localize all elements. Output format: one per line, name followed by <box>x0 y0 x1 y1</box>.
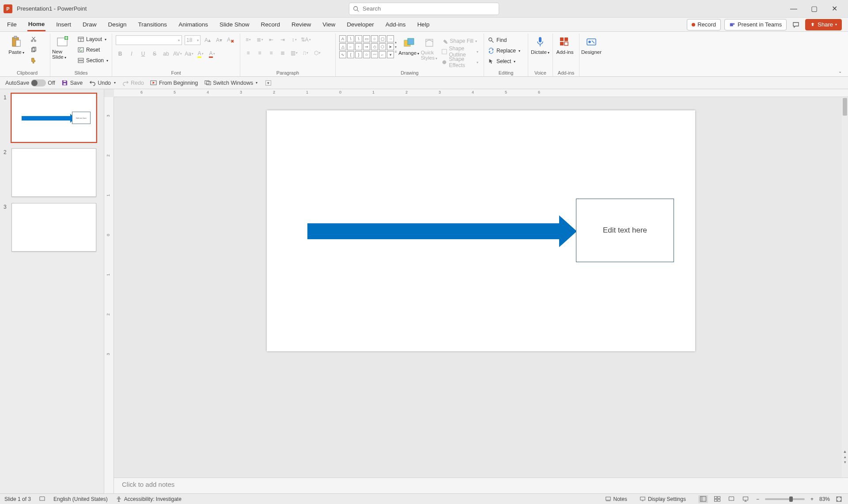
copy-button[interactable] <box>28 45 39 55</box>
clear-formatting-button[interactable]: A✖ <box>226 36 235 45</box>
decrease-font-button[interactable]: A▾ <box>215 36 223 45</box>
prev-slide-button[interactable]: ▴ <box>844 455 846 459</box>
tab-animations[interactable]: Animations <box>178 18 209 31</box>
increase-font-button[interactable]: A▴ <box>203 36 212 45</box>
canvas-area[interactable]: Edit text here <box>114 97 848 478</box>
chevron-down-icon[interactable]: ▾ <box>114 81 116 85</box>
gallery-up-button[interactable]: ▴ <box>395 40 397 44</box>
tab-view[interactable]: View <box>322 18 336 31</box>
shape-scribble[interactable]: 〰 <box>371 51 378 58</box>
shape-star[interactable]: ☆ <box>363 51 370 58</box>
present-teams-button[interactable]: Present in Teams <box>724 19 787 30</box>
align-right-button[interactable]: ≡ <box>267 49 276 57</box>
zoom-out-button[interactable]: − <box>755 496 761 502</box>
slide-canvas[interactable]: Edit text here <box>267 110 695 351</box>
reading-view-button[interactable] <box>727 495 736 503</box>
designer-button[interactable]: Designer <box>581 34 602 55</box>
highlight-button[interactable]: A <box>196 49 205 58</box>
tab-help[interactable]: Help <box>416 18 431 31</box>
find-button[interactable]: Find <box>486 35 522 45</box>
align-center-button[interactable]: ≡ <box>255 49 264 57</box>
paste-button[interactable]: Paste <box>6 34 26 55</box>
thumbnail-pane[interactable]: 1 Edit text here 2 3 <box>0 89 104 493</box>
gallery-down-button[interactable]: ▾ <box>395 45 397 49</box>
shape-arrow-d[interactable]: ⇒ <box>363 43 370 50</box>
shape-line2[interactable]: \ <box>355 35 362 42</box>
tab-developer[interactable]: Developer <box>346 18 375 31</box>
notes-pane[interactable]: Click to add notes <box>114 478 848 493</box>
shape-arrow-l[interactable]: ← <box>347 43 354 50</box>
textbox-shape[interactable]: Edit text here <box>576 199 674 262</box>
tab-transitions[interactable]: Transitions <box>137 18 168 31</box>
share-button[interactable]: Share ▾ <box>805 19 842 30</box>
shape-outline-button[interactable]: Shape Outline▾ <box>439 47 480 56</box>
shape-brace-r[interactable]: } <box>355 51 362 58</box>
align-left-button[interactable]: ≡ <box>244 49 253 57</box>
align-text-button[interactable]: ⎍ <box>301 49 310 57</box>
section-button[interactable]: Section▾ <box>76 56 110 65</box>
select-button[interactable]: Select▾ <box>486 56 522 66</box>
customize-qat-button[interactable]: ▾ <box>265 80 271 86</box>
dictate-button[interactable]: Dictate <box>530 34 550 55</box>
font-color-button[interactable]: A <box>208 49 216 58</box>
shape-arrow-r[interactable]: → <box>387 35 394 42</box>
arrange-button[interactable]: Arrange <box>399 35 419 56</box>
tab-draw[interactable]: Draw <box>82 18 98 31</box>
underline-button[interactable]: U <box>139 49 148 58</box>
italic-button[interactable]: I <box>127 49 136 58</box>
change-case-button[interactable]: Aa <box>185 49 193 58</box>
layout-button[interactable]: Layout▾ <box>76 34 110 44</box>
increase-indent-button[interactable]: ⇥ <box>278 35 287 44</box>
prev-slide-anchor-button[interactable]: ▲ <box>843 449 847 454</box>
addins-button[interactable]: Add-ins <box>555 34 575 55</box>
arrow-shape[interactable] <box>307 223 560 239</box>
switch-windows-button[interactable]: Switch Windows▾ <box>204 79 257 87</box>
maximize-button[interactable]: ▢ <box>804 0 824 18</box>
zoom-knob[interactable] <box>789 496 793 502</box>
gallery-more-button[interactable]: ≡ <box>395 50 397 54</box>
vertical-scrollbar[interactable] <box>842 97 848 478</box>
shadow-button[interactable]: ab <box>162 49 170 58</box>
accessibility-indicator[interactable]: Accessibility: Investigate <box>116 496 182 502</box>
canvas-scroll[interactable]: Edit text here ▲ ▴ ▾ <box>104 97 848 478</box>
char-spacing-button[interactable]: AV <box>173 49 182 58</box>
search-box[interactable]: Search <box>349 3 499 15</box>
text-direction-button[interactable]: ⇅A <box>301 35 310 44</box>
shape-line[interactable]: \ <box>347 35 354 42</box>
shape-roundrect[interactable]: ▢ <box>379 35 386 42</box>
tab-insert[interactable]: Insert <box>55 18 72 31</box>
thumbnail-slide-3[interactable] <box>11 203 96 252</box>
shape-rarrow[interactable]: ➤ <box>387 43 394 50</box>
shape-hex[interactable]: ⬡ <box>379 43 386 50</box>
tab-home[interactable]: Home <box>27 18 46 31</box>
format-painter-button[interactable] <box>28 56 39 65</box>
shape-fill-button[interactable]: Shape Fill▾ <box>439 36 480 46</box>
smartart-button[interactable]: ⬡ <box>313 49 322 57</box>
tab-addins[interactable]: Add-ins <box>385 18 407 31</box>
shape-effects-button[interactable]: Shape Effects▾ <box>439 57 480 67</box>
slideshow-view-button[interactable] <box>741 495 750 503</box>
from-beginning-button[interactable]: From Beginning <box>150 79 198 87</box>
line-spacing-button[interactable]: ↕ <box>290 35 299 44</box>
thumbnail-slide-2[interactable] <box>11 148 96 197</box>
shape-oval[interactable]: ○ <box>371 35 378 42</box>
minimize-button[interactable]: — <box>784 0 804 18</box>
new-slide-button[interactable]: New Slide <box>52 34 74 60</box>
shape-conn[interactable]: ⌐ <box>379 51 386 58</box>
bold-button[interactable]: B <box>116 49 125 58</box>
shape-rect[interactable]: ▭ <box>363 35 370 42</box>
cut-button[interactable] <box>28 34 39 44</box>
tab-review[interactable]: Review <box>291 18 312 31</box>
zoom-in-button[interactable]: + <box>809 496 815 502</box>
autosave-toggle[interactable]: AutoSave Off <box>5 79 55 87</box>
fit-to-window-button[interactable] <box>834 496 844 502</box>
numbering-button[interactable]: ≣ <box>255 35 264 44</box>
tab-file[interactable]: File <box>6 18 18 31</box>
notes-toggle-button[interactable]: Notes <box>605 496 627 502</box>
shape-brace-l[interactable]: { <box>347 51 354 58</box>
shape-textbox[interactable]: A <box>339 35 346 42</box>
slide-sorter-button[interactable] <box>712 495 722 503</box>
record-button[interactable]: Record <box>687 19 721 30</box>
normal-view-button[interactable] <box>698 495 708 503</box>
horizontal-ruler[interactable]: 6 5 4 3 2 1 0 1 2 3 4 5 6 <box>114 89 848 97</box>
